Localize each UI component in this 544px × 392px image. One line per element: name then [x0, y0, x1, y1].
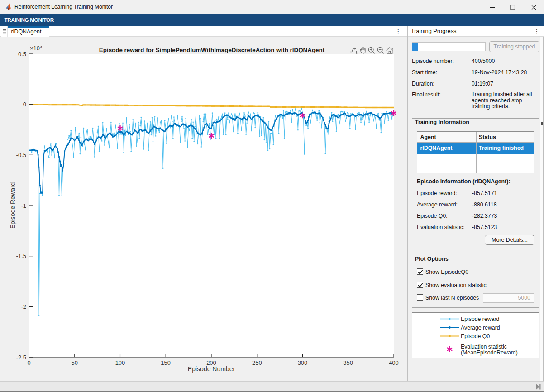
svg-text:Episode reward for SimplePendl: Episode reward for SimplePendlumWithImag…: [99, 47, 325, 53]
svg-text:0: 0: [27, 359, 30, 366]
svg-text:-1: -1: [21, 202, 26, 209]
svg-text:-2.5: -2.5: [16, 354, 26, 361]
svg-text:0: 0: [23, 101, 26, 108]
svg-text:50: 50: [72, 359, 78, 366]
svg-text:400: 400: [389, 359, 399, 366]
svg-text:-0.5: -0.5: [16, 152, 26, 158]
svg-text:300: 300: [298, 359, 308, 366]
svg-text:Episode Reward: Episode Reward: [9, 182, 16, 229]
svg-text:-1.5: -1.5: [16, 253, 26, 259]
svg-text:0.5: 0.5: [18, 51, 26, 57]
svg-text:Episode Number: Episode Number: [188, 365, 235, 373]
svg-text:250: 250: [252, 359, 262, 366]
svg-text:×104: ×104: [30, 44, 42, 52]
svg-text:100: 100: [115, 359, 125, 366]
svg-text:350: 350: [343, 359, 353, 366]
svg-text:150: 150: [161, 359, 171, 366]
svg-text:-2: -2: [21, 303, 26, 310]
